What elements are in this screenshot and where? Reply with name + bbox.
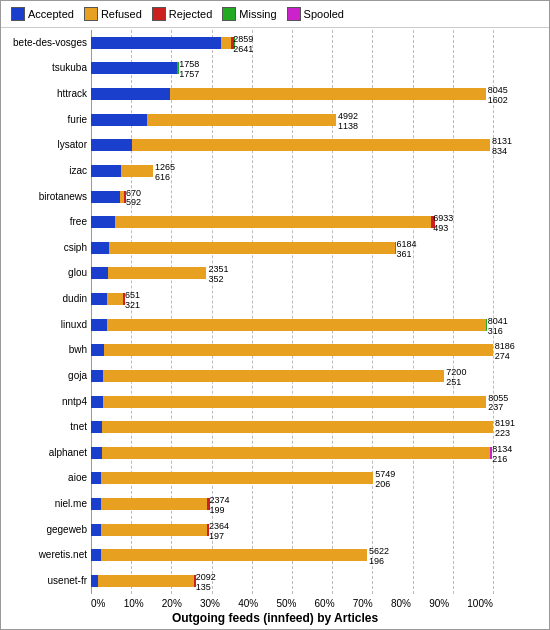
bar-row: 8134216 [91, 446, 493, 460]
bar-accepted [91, 549, 101, 561]
rejected-color-box [152, 7, 166, 21]
bar-refused [115, 216, 431, 228]
bar-refused [147, 114, 336, 126]
bar-value-labels: 2364197 [209, 522, 229, 542]
bar-value-labels: 5622196 [369, 547, 389, 567]
legend: Accepted Refused Rejected Missing Spoole… [1, 1, 549, 28]
bar-refused [98, 575, 194, 587]
bar-accepted [91, 344, 104, 356]
bar-row: 651321 [91, 292, 493, 306]
bar-accepted [91, 396, 103, 408]
bar-row: 8041316 [91, 318, 493, 332]
bar-row: 5622196 [91, 548, 493, 562]
bar-refused [107, 293, 123, 305]
y-label: gegeweb [46, 525, 87, 535]
x-label: 10% [124, 598, 144, 609]
bar-refused [103, 370, 444, 382]
bar-row: 5749206 [91, 471, 493, 485]
bar-value-labels: 28592641 [233, 35, 253, 55]
bar-accepted [91, 498, 101, 510]
grid-line [493, 30, 494, 594]
y-label: niel.me [55, 499, 87, 509]
bar-row: 6184361 [91, 241, 493, 255]
bar-accepted [91, 62, 177, 74]
x-label: 50% [276, 598, 296, 609]
legend-accepted: Accepted [11, 7, 74, 21]
missing-label: Missing [239, 8, 276, 20]
bar-accepted [91, 267, 108, 279]
bar-missing [486, 319, 487, 331]
bar-refused [107, 319, 486, 331]
bar-refused [101, 498, 208, 510]
y-label: lysator [58, 140, 87, 150]
bar-refused [103, 396, 487, 408]
y-axis-labels: bete-des-vosgestsukubahttrackfurielysato… [1, 30, 91, 594]
y-label: bete-des-vosges [13, 38, 87, 48]
bar-accepted [91, 165, 121, 177]
y-label: aioe [68, 473, 87, 483]
bar-value-labels: 2351352 [208, 265, 228, 285]
bar-row: 8055237 [91, 395, 493, 409]
bar-accepted [91, 139, 132, 151]
y-label: httrack [57, 89, 87, 99]
bar-row: 49921138 [91, 113, 493, 127]
bar-refused [109, 242, 395, 254]
bar-value-labels: 8186274 [495, 342, 515, 362]
bar-refused [101, 549, 367, 561]
x-label: 80% [391, 598, 411, 609]
bar-value-labels: 8131834 [492, 137, 512, 157]
bar-value-labels: 17581757 [179, 60, 199, 80]
y-label: usenet-fr [48, 576, 87, 586]
bar-accepted [91, 293, 107, 305]
bar-row: 2364197 [91, 523, 493, 537]
bar-refused [170, 88, 486, 100]
bar-row: 1265616 [91, 164, 493, 178]
bar-refused [121, 165, 153, 177]
bar-row: 2351352 [91, 266, 493, 280]
bar-row: 28592641 [91, 36, 493, 50]
bar-accepted [91, 88, 170, 100]
legend-rejected: Rejected [152, 7, 212, 21]
y-label: birotanews [39, 192, 87, 202]
x-label: 40% [238, 598, 258, 609]
x-label: 30% [200, 598, 220, 609]
bar-value-labels: 8055237 [488, 394, 508, 414]
bar-accepted [91, 242, 109, 254]
bar-value-labels: 8134216 [492, 445, 512, 465]
refused-label: Refused [101, 8, 142, 20]
accepted-color-box [11, 7, 25, 21]
y-label: goja [68, 371, 87, 381]
bar-accepted [91, 319, 107, 331]
chart-title: Outgoing feeds (innfeed) by Articles [1, 611, 549, 629]
y-label: linuxd [61, 320, 87, 330]
x-label: 70% [353, 598, 373, 609]
x-label: 60% [315, 598, 335, 609]
bar-accepted [91, 37, 221, 49]
x-axis: 0%10%20%30%40%50%60%70%80%90%100% [91, 596, 493, 611]
bar-value-labels: 2374199 [210, 496, 230, 516]
chart-container: Accepted Refused Rejected Missing Spoole… [0, 0, 550, 630]
bar-accepted [91, 421, 102, 433]
bar-value-labels: 7200251 [446, 368, 466, 388]
y-label: izac [69, 166, 87, 176]
bar-refused [102, 447, 491, 459]
y-label: furie [68, 115, 87, 125]
bar-accepted [91, 216, 115, 228]
legend-refused: Refused [84, 7, 142, 21]
bar-accepted [91, 191, 120, 203]
bar-accepted [91, 472, 101, 484]
y-label: free [70, 217, 87, 227]
refused-color-box [84, 7, 98, 21]
bar-value-labels: 1265616 [155, 163, 175, 183]
bar-row: 8131834 [91, 138, 493, 152]
bar-value-labels: 670592 [126, 189, 141, 209]
bar-value-labels: 2092135 [196, 573, 216, 593]
right-spacer [493, 30, 549, 594]
y-label: weretis.net [39, 550, 87, 560]
y-label: glou [68, 268, 87, 278]
bars-area: 2859264117581757804516024992113881318341… [91, 30, 493, 594]
bar-refused [132, 139, 490, 151]
y-label: dudin [63, 294, 87, 304]
bar-row: 7200251 [91, 369, 493, 383]
bar-row: 80451602 [91, 87, 493, 101]
